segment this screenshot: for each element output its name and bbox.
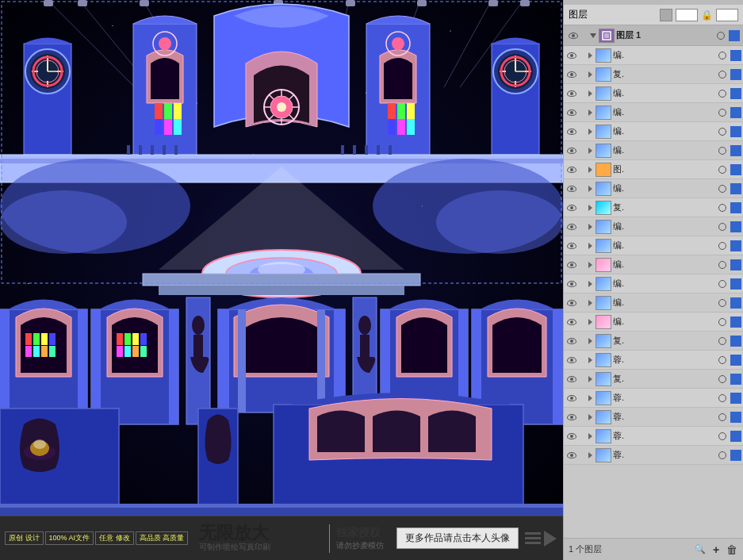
layer-eye-right-20[interactable] [716,430,729,443]
fill-field[interactable] [716,9,738,21]
layer-arrow-5[interactable] [586,147,594,155]
layer-row[interactable]: 复. [564,198,743,217]
layer-eye-2[interactable] [565,87,578,100]
layer-eye-right-15[interactable] [716,335,729,347]
layer-eye-right-1[interactable] [716,68,729,81]
layer-arrow-6[interactable] [586,166,594,174]
layer-eye-right-5[interactable] [716,144,729,157]
layer-color-7[interactable] [730,183,741,194]
layer-eye-right-6[interactable] [716,163,729,176]
lock-icon[interactable]: 🔒 [701,10,713,21]
layer-arrow-17[interactable] [586,375,594,383]
layer-eye-20[interactable] [565,430,578,443]
layer-row[interactable]: 编. [564,179,743,198]
layer-eye-right-16[interactable] [716,354,729,366]
layer-color-5[interactable] [730,145,741,156]
layer-blend-icon[interactable] [660,9,672,21]
layer-color-15[interactable] [730,336,741,347]
layer-eye-18[interactable] [565,392,578,405]
layer-arrow-0[interactable] [586,52,594,59]
layer-row[interactable]: 编. [564,313,743,332]
layer-eye-17[interactable] [565,373,578,385]
layer-row[interactable]: 编. [564,122,743,141]
layer-row[interactable]: 蓉. [564,351,743,370]
layer-eye-9[interactable] [565,221,578,233]
layer-eye-right-2[interactable] [716,87,729,100]
layer-row[interactable]: 图. [564,160,743,179]
layer-row[interactable]: 编. [564,141,743,160]
layer-eye-right-18[interactable] [716,392,729,405]
layer-row[interactable]: 复. [564,332,743,351]
layer-arrow-19[interactable] [586,413,594,421]
layer-color-4[interactable] [730,126,741,137]
layer-color-9[interactable] [730,221,741,232]
layer-eye-right-13[interactable] [716,297,729,309]
layer-arrow-8[interactable] [586,204,594,212]
layer-eye-right-4[interactable] [716,125,729,138]
layer-color-14[interactable] [730,316,741,328]
layer-eye-7[interactable] [565,182,578,195]
layer-color-2[interactable] [730,88,741,99]
layer-arrow-13[interactable] [586,299,594,307]
layer-arrow-4[interactable] [586,128,594,136]
layer-eye-15[interactable] [565,335,578,347]
more-works-button[interactable]: 更多作品请点击本人头像 [396,527,519,549]
layer-color-11[interactable] [730,259,741,270]
layer-group-eye-right[interactable] [714,29,727,42]
layer-eye-1[interactable] [565,68,578,81]
layer-eye-21[interactable] [565,449,578,462]
layer-arrow-15[interactable] [586,337,594,345]
layer-row[interactable]: 蓉. [564,427,743,446]
layer-color-6[interactable] [730,164,741,175]
layer-row[interactable]: 编. [564,46,743,65]
layer-eye-right-8[interactable] [716,201,729,214]
layer-eye-right-0[interactable] [716,49,729,62]
layer-eye-3[interactable] [565,106,578,119]
layer-arrow-20[interactable] [586,432,594,440]
layer-eye-14[interactable] [565,316,578,328]
layer-color-1[interactable] [730,69,741,80]
layer-opacity-field[interactable] [676,9,698,21]
layer-color-21[interactable] [730,450,741,461]
layer-color-13[interactable] [730,297,741,309]
layer-arrow-1[interactable] [586,71,594,79]
layer-row[interactable]: 编. [564,293,743,313]
layer-row[interactable]: 编. [564,274,743,293]
layer-eye-right-19[interactable] [716,411,729,424]
layer-arrow-2[interactable] [586,90,594,98]
layer-eye-19[interactable] [565,411,578,424]
layer-eye-right-10[interactable] [716,240,729,252]
layer-color-10[interactable] [730,240,741,251]
layer-group-color[interactable] [729,30,740,41]
layer-eye-12[interactable] [565,278,578,290]
layer-arrow-10[interactable] [586,242,594,250]
layer-eye-10[interactable] [565,240,578,252]
layer-arrow-18[interactable] [586,394,594,402]
layer-arrow-9[interactable] [586,223,594,231]
layer-group-header[interactable]: 图层 1 [564,25,743,46]
layer-eye-right-21[interactable] [716,449,729,462]
layer-arrow-7[interactable] [586,185,594,193]
add-layer-icon[interactable]: + [710,543,722,556]
layer-eye-right-11[interactable] [716,259,729,271]
layer-arrow-16[interactable] [586,356,594,364]
layer-row[interactable]: 编. [564,84,743,103]
layer-row[interactable]: 复. [564,370,743,389]
search-layers-icon[interactable]: 🔍 [694,543,707,556]
delete-layer-icon[interactable]: 🗑 [726,543,738,556]
layer-eye-13[interactable] [565,297,578,309]
layer-row[interactable]: 蓉. [564,408,743,427]
layer-row[interactable]: 蓉. [564,389,743,408]
layer-eye-right-7[interactable] [716,182,729,195]
layer-eye-6[interactable] [565,163,578,176]
layer-row[interactable]: 编. [564,217,743,236]
layer-color-12[interactable] [730,278,741,290]
layer-color-17[interactable] [730,374,741,385]
layer-arrow-12[interactable] [586,280,594,288]
layer-color-18[interactable] [730,393,741,404]
layer-eye-right-9[interactable] [716,221,729,233]
layer-color-8[interactable] [730,202,741,213]
layer-color-19[interactable] [730,412,741,423]
layer-eye-16[interactable] [565,354,578,366]
layer-eye-right-3[interactable] [716,106,729,119]
